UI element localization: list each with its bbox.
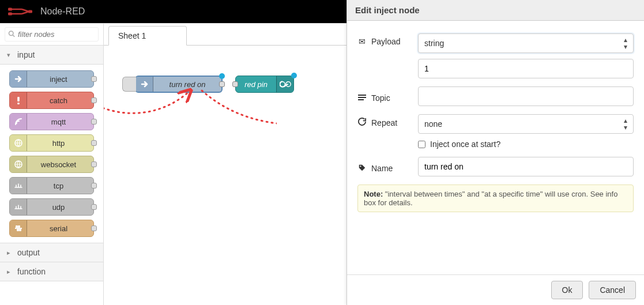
svg-rect-15 — [358, 95, 366, 96]
port-icon — [91, 204, 97, 210]
category-input[interactable]: ▾ input — [0, 45, 103, 65]
rss-icon — [10, 114, 27, 130]
ok-button[interactable]: Ok — [551, 281, 583, 299]
bridge-icon — [10, 199, 27, 215]
palette-node-http[interactable]: http — [9, 134, 94, 152]
note-text: "interval between times" and "at a speci… — [364, 190, 617, 207]
logo-icon — [8, 7, 32, 16]
palette-node-websocket[interactable]: websocket — [9, 156, 94, 173]
port-icon — [91, 140, 97, 146]
svg-rect-10 — [17, 103, 20, 104]
edit-form: ✉ Payload string ▴▾ Topic — [347, 21, 644, 274]
category-function[interactable]: ▸ function — [0, 262, 103, 281]
category-label: input — [17, 50, 35, 59]
palette-node-inject[interactable]: inject — [9, 70, 94, 88]
tab-sheet1[interactable]: Sheet 1 — [108, 26, 187, 46]
palette-group-input: inject catch mqtt ht — [0, 65, 103, 243]
inject-once-row[interactable]: Inject once at start? — [418, 140, 634, 149]
flow-node-label: red pin — [236, 80, 276, 89]
svg-rect-5 — [8, 13, 12, 16]
arduino-icon — [276, 76, 293, 92]
select-caret-icon: ▴▾ — [624, 36, 627, 50]
envelope-icon: ✉ — [357, 37, 367, 46]
palette-node-serial[interactable]: serial — [9, 220, 94, 237]
palette-node-label: catch — [27, 96, 93, 105]
inject-once-checkbox[interactable] — [418, 141, 425, 148]
category-output[interactable]: ▸ output — [0, 243, 103, 262]
note-strong: Note: — [364, 190, 383, 198]
flow-node-inject[interactable]: turn red on — [135, 76, 223, 93]
exclamation-icon — [10, 92, 27, 108]
palette-node-label: http — [27, 139, 93, 148]
payload-type-select[interactable]: string ▴▾ — [418, 33, 634, 53]
palette-node-label: websocket — [27, 160, 93, 169]
palette: ▾ input inject catch — [0, 24, 104, 305]
port-icon — [91, 183, 97, 189]
palette-search — [0, 24, 103, 45]
svg-rect-6 — [28, 10, 32, 13]
port-icon — [91, 225, 97, 231]
palette-node-catch[interactable]: catch — [9, 92, 94, 109]
category-label: function — [17, 267, 46, 276]
arrow-right-icon — [136, 77, 153, 92]
changed-indicator-icon — [219, 73, 225, 79]
in-port[interactable] — [232, 81, 238, 87]
note-box: Note: "interval between times" and "at a… — [357, 184, 634, 212]
svg-point-7 — [9, 31, 14, 36]
cancel-button[interactable]: Cancel — [589, 281, 636, 299]
search-icon — [8, 30, 15, 39]
svg-rect-9 — [17, 97, 20, 101]
palette-node-label: mqtt — [27, 118, 93, 126]
topic-label: Topic — [371, 93, 390, 103]
changed-indicator-icon — [291, 73, 297, 78]
serial-icon — [10, 220, 27, 236]
port-icon — [91, 119, 97, 125]
chevron-right-icon: ▸ — [7, 249, 14, 257]
flow-node-redpin[interactable]: red pin — [235, 76, 294, 93]
palette-node-tcp[interactable]: tcp — [9, 177, 94, 194]
palette-node-label: inject — [27, 75, 93, 84]
category-label: output — [17, 248, 40, 257]
select-caret-icon: ▴▾ — [624, 117, 627, 131]
payload-type-value: string — [424, 39, 444, 48]
chevron-right-icon: ▸ — [7, 268, 14, 276]
name-input[interactable] — [418, 157, 634, 176]
inject-trigger-button[interactable] — [122, 77, 136, 92]
bridge-icon — [10, 178, 27, 194]
tag-icon — [357, 164, 367, 174]
repeat-select[interactable]: none ▴▾ — [418, 114, 634, 134]
search-input[interactable] — [5, 27, 99, 42]
port-icon — [91, 76, 97, 82]
inject-once-label: Inject once at start? — [430, 140, 500, 149]
palette-node-udp[interactable]: udp — [9, 198, 94, 216]
payload-label: Payload — [371, 37, 401, 46]
edit-panel: Edit inject node ✉ Payload string ▴▾ Top… — [347, 0, 644, 305]
svg-rect-17 — [358, 99, 364, 100]
svg-point-18 — [360, 165, 361, 167]
out-port[interactable] — [219, 81, 225, 87]
port-icon — [91, 161, 97, 167]
svg-line-3 — [22, 12, 29, 14]
palette-node-label: tcp — [27, 182, 93, 190]
globe-icon — [10, 156, 27, 172]
globe-icon — [10, 135, 27, 151]
palette-node-mqtt[interactable]: mqtt — [9, 113, 94, 130]
svg-line-8 — [13, 35, 14, 36]
svg-point-13 — [280, 82, 284, 86]
payload-value-input[interactable] — [418, 59, 634, 78]
name-label: Name — [371, 164, 393, 173]
topic-input[interactable] — [418, 86, 634, 106]
refresh-icon — [357, 118, 367, 127]
repeat-label: Repeat — [371, 118, 397, 127]
svg-rect-4 — [8, 8, 12, 11]
palette-node-label: serial — [27, 224, 93, 233]
port-icon — [91, 97, 97, 103]
palette-node-label: udp — [27, 203, 93, 212]
app-title: Node-RED — [40, 6, 85, 17]
list-icon — [357, 93, 367, 103]
repeat-value: none — [424, 119, 442, 129]
chevron-down-icon: ▾ — [7, 51, 14, 59]
arrow-right-icon — [10, 71, 27, 87]
flow-node-label: turn red on — [153, 80, 221, 89]
edit-panel-title: Edit inject node — [347, 0, 644, 21]
